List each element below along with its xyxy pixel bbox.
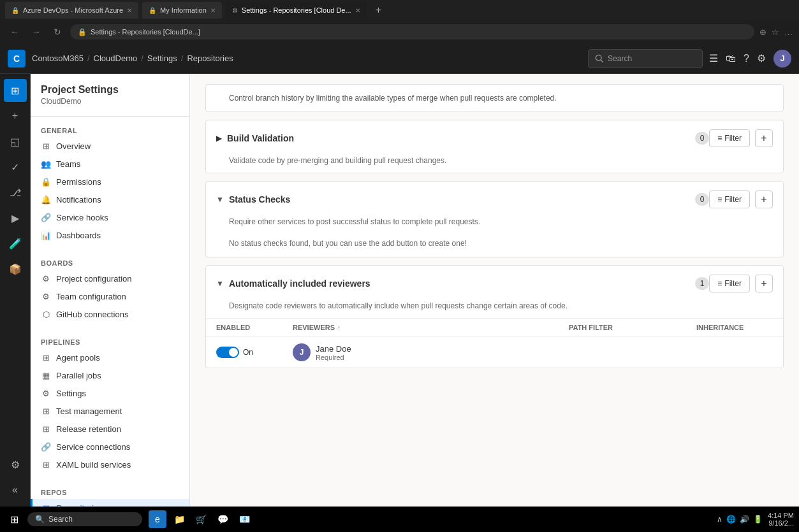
- sidebar-icon-work[interactable]: ✓: [4, 155, 27, 178]
- taskbar-icon-1[interactable]: e: [149, 510, 166, 528]
- reload-button[interactable]: ↻: [50, 25, 65, 38]
- list-icon[interactable]: ☰: [709, 52, 718, 64]
- breadcrumb-org[interactable]: ContosoM365: [32, 54, 84, 63]
- browser-tab-1[interactable]: 🔒 Azure DevOps - Microsoft Azure ✕: [5, 2, 138, 18]
- build-validation-header[interactable]: ▶ Build Validation 0 ≡ Filter +: [206, 120, 783, 156]
- sidebar-item-permissions[interactable]: 🔒 Permissions: [31, 173, 189, 191]
- sidebar-item-xaml-build[interactable]: ⊞ XAML build services: [31, 456, 189, 473]
- help-icon[interactable]: ?: [744, 53, 749, 64]
- sidebar-icon-settings[interactable]: ⚙: [4, 453, 27, 476]
- taskbar-chevron[interactable]: ∧: [717, 515, 722, 524]
- build-validation-filter[interactable]: ≡ Filter: [709, 129, 750, 147]
- sidebar-item-github-connections[interactable]: ⬡ GitHub connections: [31, 305, 189, 323]
- breadcrumb-project[interactable]: CloudDemo: [94, 54, 138, 63]
- browser-nav-icons: ⊕ ☆ …: [759, 27, 793, 37]
- user-avatar[interactable]: J: [773, 50, 791, 68]
- icon-sidebar: ⊞ + ◱ ✓ ⎇ ▶ 🧪 📦 ⚙ «: [0, 74, 31, 507]
- auto-reviewers-add[interactable]: +: [755, 275, 773, 292]
- taskbar-icon-5[interactable]: 📧: [235, 510, 253, 528]
- sidebar-item-teams[interactable]: 👥 Teams: [31, 155, 189, 173]
- reviewer-avatar: J: [293, 343, 311, 361]
- taskbar-battery[interactable]: 🔋: [753, 515, 763, 524]
- sidebar-item-agent-pools[interactable]: ⊞ Agent pools: [31, 349, 189, 366]
- sidebar-icon-repos[interactable]: ⎇: [4, 181, 27, 204]
- back-button[interactable]: ←: [6, 25, 23, 38]
- sidebar-icon-plus[interactable]: +: [4, 104, 27, 127]
- filter-icon-2: ≡: [717, 195, 722, 204]
- taskbar-icon-4[interactable]: 💬: [214, 510, 231, 528]
- sidebar-item-service-hooks[interactable]: 🔗 Service hooks: [31, 208, 189, 226]
- forward-button[interactable]: →: [28, 25, 45, 38]
- service-hooks-label: Service hooks: [56, 213, 108, 222]
- browser-tab-3[interactable]: ⚙ Settings - Repositories [Cloud De... ✕: [226, 2, 367, 18]
- start-button[interactable]: ⊞: [5, 511, 24, 528]
- build-validation-desc: Validate code by pre-merging and buildin…: [206, 156, 783, 173]
- teams-label: Teams: [56, 159, 80, 169]
- dashboards-icon: 📊: [41, 230, 51, 240]
- tab-1-close[interactable]: ✕: [127, 7, 132, 14]
- build-validation-add[interactable]: +: [755, 129, 773, 147]
- status-checks-filter[interactable]: ≡ Filter: [709, 191, 750, 208]
- tab-3-close[interactable]: ✕: [355, 7, 360, 14]
- star-icon[interactable]: ☆: [772, 27, 779, 37]
- team-config-icon: ⚙: [41, 291, 51, 301]
- status-checks-header[interactable]: ▼ Status Checks 0 ≡ Filter +: [206, 182, 783, 217]
- sidebar-item-project-config[interactable]: ⚙ Project configuration: [31, 270, 189, 287]
- browser-chrome: 🔒 Azure DevOps - Microsoft Azure ✕ 🔒 My …: [0, 0, 799, 20]
- sort-icon[interactable]: ↑: [337, 324, 341, 331]
- tab-2-close[interactable]: ✕: [210, 7, 216, 14]
- sidebar-item-team-config[interactable]: ⚙ Team configuration: [31, 287, 189, 305]
- service-hooks-icon: 🔗: [41, 212, 51, 222]
- sidebar-icon-artifacts[interactable]: 📦: [4, 257, 27, 280]
- auto-reviewers-header[interactable]: ▼ Automatically included reviewers 1 ≡ F…: [206, 266, 783, 301]
- extensions-icon[interactable]: ⊕: [759, 27, 766, 37]
- col-header-path: Path filter: [569, 324, 696, 331]
- breadcrumb-section[interactable]: Settings: [147, 54, 177, 63]
- auto-reviewers-table-header: Enabled Reviewers ↑ Path filter Inherita…: [206, 318, 783, 336]
- top-card-text: Control branch history by limiting the a…: [229, 92, 773, 104]
- svg-line-1: [601, 60, 603, 62]
- topbar: C ContosoM365 / CloudDemo / Settings / R…: [0, 43, 799, 74]
- browser-tab-2[interactable]: 🔒 My Information ✕: [142, 2, 222, 18]
- sidebar-item-overview[interactable]: ⊞ Overview: [31, 137, 189, 155]
- main-area: ⊞ + ◱ ✓ ⎇ ▶ 🧪 📦 ⚙ « Project Settings Clo…: [0, 74, 799, 507]
- sidebar-icon-collapse[interactable]: «: [4, 478, 27, 501]
- parallel-jobs-icon: ▦: [41, 370, 51, 380]
- sidebar-icon-overview[interactable]: ◱: [4, 130, 27, 153]
- taskbar-sound[interactable]: 🔊: [740, 515, 749, 524]
- sidebar-item-notifications[interactable]: 🔔 Notifications: [31, 191, 189, 208]
- col-header-enabled: Enabled: [216, 324, 293, 331]
- taskbar-icon-3[interactable]: 🛒: [192, 510, 210, 528]
- sidebar-item-test-management[interactable]: ⊞ Test management: [31, 402, 189, 420]
- toggle-thumb: [229, 348, 238, 357]
- address-bar[interactable]: 🔒 Settings - Repositories [CloudDe...]: [70, 24, 754, 40]
- taskbar-icon-2[interactable]: 📁: [170, 510, 188, 528]
- enabled-toggle[interactable]: [216, 347, 239, 358]
- taskbar-search[interactable]: 🔍 Search: [27, 512, 142, 526]
- sidebar-item-service-connections[interactable]: 🔗 Service connections: [31, 438, 189, 456]
- sidebar-item-parallel-jobs[interactable]: ▦ Parallel jobs: [31, 366, 189, 384]
- taskbar-date-value: 9/16/2...: [768, 519, 794, 527]
- breadcrumb-page[interactable]: Repositories: [187, 54, 233, 63]
- sidebar-item-release-retention[interactable]: ⊞ Release retention: [31, 420, 189, 438]
- sidebar-icon-test[interactable]: 🧪: [4, 232, 27, 255]
- status-checks-add[interactable]: +: [755, 191, 773, 208]
- sidebar-item-settings[interactable]: ⚙ Settings: [31, 384, 189, 402]
- taskbar-sys-icons: ∧ 🌐 🔊 🔋: [717, 515, 763, 524]
- breadcrumb-sep-1: /: [87, 54, 90, 63]
- topbar-actions: ☰ 🛍 ? ⚙ J: [709, 50, 791, 68]
- bag-icon[interactable]: 🛍: [726, 53, 736, 64]
- sidebar-icon-boards[interactable]: ⊞: [4, 79, 27, 102]
- tab-3-title: Settings - Repositories [Cloud De...: [242, 6, 351, 14]
- new-tab-button[interactable]: +: [370, 3, 386, 17]
- more-icon[interactable]: …: [784, 27, 793, 37]
- search-box[interactable]: Search: [588, 49, 703, 68]
- address-text: Settings - Repositories [CloudDe...]: [91, 28, 200, 36]
- taskbar-network[interactable]: 🌐: [726, 515, 736, 524]
- sidebar-icon-pipelines[interactable]: ▶: [4, 206, 27, 229]
- auto-reviewers-filter[interactable]: ≡ Filter: [709, 275, 750, 292]
- settings-icon[interactable]: ⚙: [757, 52, 766, 64]
- sidebar-item-dashboards[interactable]: 📊 Dashboards: [31, 226, 189, 244]
- overview-label: Overview: [56, 141, 91, 151]
- sidebar-item-repositories[interactable]: ⊞ Repositories: [31, 499, 189, 507]
